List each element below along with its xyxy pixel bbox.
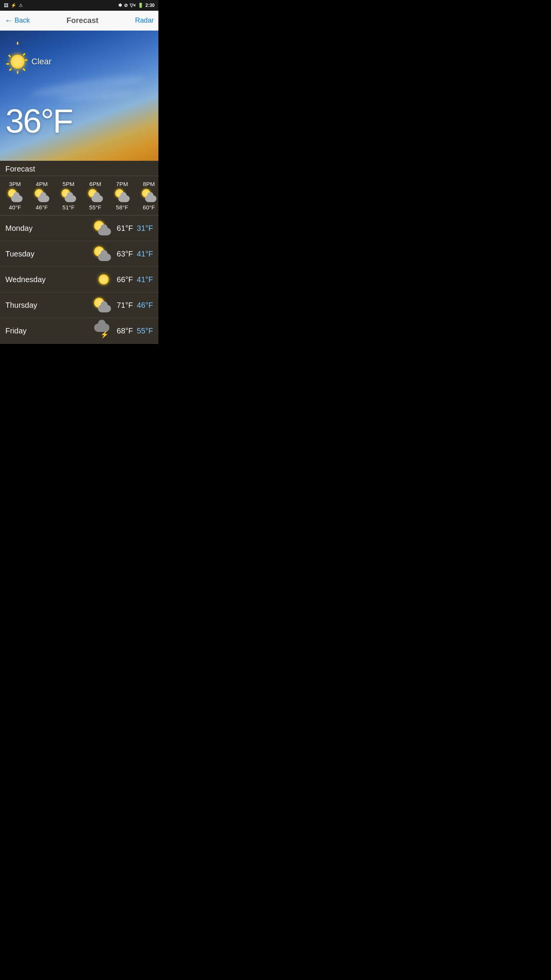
temperature-display: 36°F: [5, 104, 72, 138]
daily-temps-monday: 61°F 31°F: [111, 224, 153, 233]
hourly-time: 7PM: [116, 181, 128, 187]
hourly-scroll[interactable]: 3PM 40°F 4PM 46°F 5PM 51°F: [0, 176, 158, 216]
hourly-temp: 46°F: [36, 204, 48, 211]
daily-high-wednesday: 66°F: [117, 275, 133, 284]
partly-cloudy-icon: [94, 221, 111, 235]
partly-cloudy-icon: [94, 298, 111, 312]
hourly-temp: 58°F: [116, 204, 128, 211]
page-title: Forecast: [67, 16, 98, 25]
weather-hero: Clear 36°F: [0, 31, 158, 161]
hourly-temp: 51°F: [62, 204, 75, 211]
block-icon: ⊘: [124, 3, 128, 8]
hourly-item: 6PM 55°F: [82, 179, 109, 212]
daily-low-thursday: 46°F: [137, 301, 153, 310]
hourly-temp: 60°F: [143, 204, 155, 211]
status-bar: 🖼 ⚡ ⚠ ✱ ⊘ ▽× 🔋 2:30: [0, 0, 158, 11]
hourly-item: 3PM 40°F: [2, 179, 28, 212]
partly-cloudy-icon: [7, 189, 23, 202]
daily-row-thursday: Thursday 71°F 46°F: [0, 292, 158, 318]
hourly-item: 7PM 58°F: [109, 179, 135, 212]
hourly-time: 3PM: [9, 181, 21, 187]
sun-icon: [8, 52, 28, 72]
day-name-monday: Monday: [5, 224, 94, 233]
daily-low-friday: 55°F: [137, 327, 153, 335]
daily-row-tuesday: Tuesday 63°F 41°F: [0, 241, 158, 267]
partly-cloudy-icon: [61, 189, 76, 202]
daily-low-wednesday: 41°F: [137, 275, 153, 284]
partly-cloudy-icon: [34, 189, 49, 202]
daily-high-friday: 68°F: [117, 327, 133, 335]
partly-cloudy-icon: [88, 189, 103, 202]
clear-sun-icon: [96, 272, 111, 287]
condition-text: Clear: [31, 57, 52, 67]
daily-row-monday: Monday 61°F 31°F: [0, 216, 158, 241]
partly-cloudy-icon: [114, 189, 130, 202]
hourly-time: 4PM: [36, 181, 48, 187]
daily-row-wednesday: Wednesday 66°F 41°F: [0, 267, 158, 292]
daily-row-friday: Friday ⚡ 68°F 55°F: [0, 318, 158, 344]
daily-high-monday: 61°F: [117, 224, 133, 233]
daily-high-thursday: 71°F: [117, 301, 133, 310]
daily-temps-friday: 68°F 55°F: [111, 327, 153, 335]
daily-temps-wednesday: 66°F 41°F: [111, 275, 153, 284]
hourly-item: 5PM 51°F: [55, 179, 82, 212]
day-name-friday: Friday: [5, 327, 94, 335]
day-name-thursday: Thursday: [5, 301, 94, 310]
daily-temps-thursday: 71°F 46°F: [111, 301, 153, 310]
storm-icon: ⚡: [94, 323, 111, 338]
hourly-temp: 40°F: [9, 204, 21, 211]
daily-low-tuesday: 41°F: [137, 250, 153, 258]
bluetooth-icon: ✱: [118, 3, 122, 8]
hourly-row: 3PM 40°F 4PM 46°F 5PM 51°F: [0, 176, 158, 215]
image-icon: 🖼: [4, 3, 8, 8]
hourly-temp: 55°F: [89, 204, 101, 211]
hourly-time: 5PM: [63, 181, 75, 187]
battery-icon: 🔋: [138, 3, 143, 8]
day-name-wednesday: Wednesday: [5, 275, 96, 284]
forecast-panel: Forecast 3PM 40°F 4PM 46°F 5PM: [0, 161, 158, 344]
daily-low-monday: 31°F: [137, 224, 153, 233]
lightning-bolt-icon: ⚡: [100, 331, 109, 338]
day-name-tuesday: Tuesday: [5, 250, 94, 258]
daily-high-tuesday: 63°F: [117, 250, 133, 258]
partly-cloudy-icon: [94, 247, 111, 261]
weather-condition: Clear: [8, 52, 52, 72]
hourly-item: 4PM 46°F: [28, 179, 55, 212]
status-right-icons: ✱ ⊘ ▽× 🔋 2:30: [118, 3, 155, 8]
back-arrow-icon: ←: [5, 16, 13, 26]
partly-cloudy-icon: [141, 189, 156, 202]
nav-bar: ← Back Forecast Radar: [0, 11, 158, 31]
hourly-time: 6PM: [90, 181, 101, 187]
wifi-icon: ▽×: [130, 3, 136, 8]
back-label[interactable]: Back: [15, 16, 30, 24]
clock: 2:30: [145, 3, 155, 8]
hourly-item: 8PM 60°F: [135, 179, 158, 212]
hourly-time: 8PM: [143, 181, 155, 187]
back-button[interactable]: ← Back: [5, 16, 30, 26]
radar-button[interactable]: Radar: [135, 16, 154, 24]
forecast-header-label: Forecast: [0, 161, 158, 176]
usb-icon: ⚡: [11, 3, 16, 8]
daily-temps-tuesday: 63°F 41°F: [111, 250, 153, 258]
alert-icon: ⚠: [19, 3, 23, 8]
status-left-icons: 🖼 ⚡ ⚠: [4, 3, 23, 8]
